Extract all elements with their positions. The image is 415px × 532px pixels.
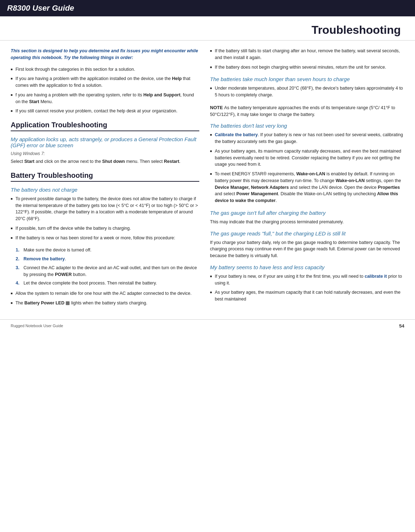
- list-item: If possible, turn off the device while t…: [11, 225, 199, 232]
- list-item: 3.Connect the AC adapter to the device a…: [16, 265, 199, 278]
- subsection-seven-hours: The batteries take much longer than seve…: [210, 76, 404, 82]
- seven-hours-bullets: Under moderate temperatures, about 20°C …: [210, 85, 404, 99]
- subsection-dont-last: The batteries don't last very long: [210, 123, 404, 129]
- page-title-area: Troubleshooting: [0, 16, 415, 41]
- subsection-less-capacity: My battery seems to have less and less c…: [210, 264, 404, 270]
- header-bar: R8300 User Guide: [0, 0, 415, 16]
- list-item: To prevent possible damage to the batter…: [11, 196, 199, 222]
- procedure-list: 1.Make sure the device is turned off. 2.…: [16, 247, 199, 287]
- list-item: f you are having a problem with the oper…: [11, 92, 199, 105]
- content-area: This section is designed to help you det…: [0, 41, 415, 319]
- subsection-gas-gauge-not-full: The gas gauge isn't full after charging …: [210, 210, 404, 216]
- note-label: NOTE: [210, 105, 224, 110]
- note-block: NOTE As the battery temperature approach…: [210, 104, 404, 118]
- no-charge-bullet-list-2: Allow the system to remain idle for one …: [11, 290, 199, 307]
- list-item: To meet ENERGY STAR® requirements, Wake-…: [210, 171, 404, 204]
- footer: Rugged Notebook User Guide 54: [0, 319, 415, 332]
- page-title: Troubleshooting: [311, 23, 401, 36]
- list-item: 4.Let the device complete the boot proce…: [16, 280, 199, 287]
- footer-left-text: Rugged Notebook User Guide: [11, 324, 63, 328]
- section-heading-battery: Battery Troubleshooting: [11, 171, 199, 182]
- no-charge-bullet-list: To prevent possible damage to the batter…: [11, 196, 199, 241]
- list-item: If the battery is new or has been stored…: [11, 235, 199, 241]
- list-item: If your battery is new, or if your are u…: [210, 273, 404, 287]
- list-item: 1.Make sure the device is turned off.: [16, 247, 199, 254]
- left-column: This section is designed to help you det…: [11, 48, 199, 312]
- list-item: Calibrate the battery. If your battery i…: [210, 132, 404, 145]
- app-restart-para: Select Start and click on the arrow next…: [11, 158, 199, 165]
- intro-bullet-list: First look through the categories in thi…: [11, 66, 199, 115]
- section-heading-app: Application Troubleshooting: [11, 121, 199, 131]
- list-item: Under moderate temperatures, about 20°C …: [210, 85, 404, 99]
- list-item: If the battery does not begin charging w…: [210, 64, 404, 71]
- sub-label-windows7: Using Windows 7:: [11, 151, 199, 156]
- subsection-gas-gauge-full-led: The gas gauge reads "full," but the char…: [210, 230, 404, 236]
- dont-last-bullets: Calibrate the battery. If your battery i…: [210, 132, 404, 204]
- right-column: If the battery still fails to start char…: [210, 48, 404, 312]
- footer-page-number: 54: [399, 323, 404, 329]
- list-item: 2.Remove the battery.: [16, 256, 199, 262]
- gas-gauge-not-full-para: This may indicate that the charging proc…: [210, 219, 404, 225]
- list-item: First look through the categories in thi…: [11, 66, 199, 73]
- header-title: R8300 User Guide: [7, 4, 74, 13]
- less-capacity-bullets: If your battery is new, or if your are u…: [210, 273, 404, 303]
- list-item: Allow the system to remain idle for one …: [11, 290, 199, 297]
- subsection-app-gpf: My application locks up, acts strangely,…: [11, 136, 199, 148]
- list-item: If the battery still fails to start char…: [210, 48, 404, 61]
- note-text: As the battery temperature approaches th…: [210, 105, 395, 117]
- list-item: If you still cannot resolve your problem…: [11, 108, 199, 115]
- intro-text: This section is designed to help you det…: [11, 48, 199, 61]
- list-item: As your battery ages, the maximum capaci…: [210, 289, 404, 303]
- list-item: The Battery Power LED ▩ lights when the …: [11, 300, 199, 307]
- subsection-battery-no-charge: The battery does not charge: [11, 187, 199, 193]
- gas-gauge-full-led-para: If you charge your battery daily, rely o…: [210, 239, 404, 259]
- list-item: As your battery ages, its maximum capaci…: [210, 148, 404, 168]
- list-item: If you are having a problem with the app…: [11, 75, 199, 89]
- right-top-bullets: If the battery still fails to start char…: [210, 48, 404, 70]
